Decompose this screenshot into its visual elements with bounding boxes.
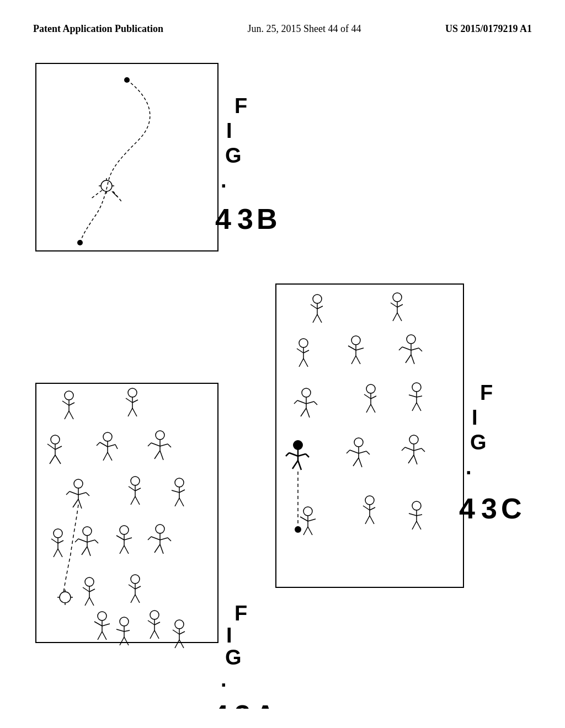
page-header: Patent Application Publication Jun. 25, … xyxy=(0,0,565,47)
svg-text:.: . xyxy=(221,668,227,691)
svg-text:C: C xyxy=(501,493,522,524)
svg-text:3: 3 xyxy=(237,203,253,235)
svg-text:4: 4 xyxy=(215,203,231,235)
header-center-text: Jun. 25, 2015 Sheet 44 of 44 xyxy=(248,22,361,36)
svg-text:I: I xyxy=(226,119,232,142)
svg-rect-18 xyxy=(36,383,218,643)
svg-point-1 xyxy=(124,77,130,83)
svg-text:G: G xyxy=(470,431,487,454)
svg-text:.: . xyxy=(221,169,227,192)
svg-text:3: 3 xyxy=(481,493,497,524)
svg-text:F: F xyxy=(234,602,247,625)
svg-text:B: B xyxy=(257,203,278,235)
main-content: F I G . 4 3 B xyxy=(0,47,565,709)
svg-text:A: A xyxy=(255,699,276,709)
svg-point-8 xyxy=(77,240,83,245)
svg-point-202 xyxy=(294,441,302,449)
header-right-text: US 2015/0179219 A1 xyxy=(445,22,532,36)
header-left-text: Patent Application Publication xyxy=(33,22,163,36)
svg-text:F: F xyxy=(234,94,247,117)
svg-text:.: . xyxy=(466,456,472,479)
svg-text:G: G xyxy=(225,646,242,669)
svg-text:G: G xyxy=(225,144,242,167)
svg-text:F: F xyxy=(480,381,493,404)
svg-rect-0 xyxy=(36,63,218,251)
svg-text:3: 3 xyxy=(234,699,250,709)
svg-point-211 xyxy=(295,526,301,533)
svg-text:I: I xyxy=(472,406,478,429)
svg-rect-149 xyxy=(276,284,463,587)
svg-text:4: 4 xyxy=(212,699,228,709)
svg-text:I: I xyxy=(226,624,232,647)
svg-text:4: 4 xyxy=(459,493,475,524)
